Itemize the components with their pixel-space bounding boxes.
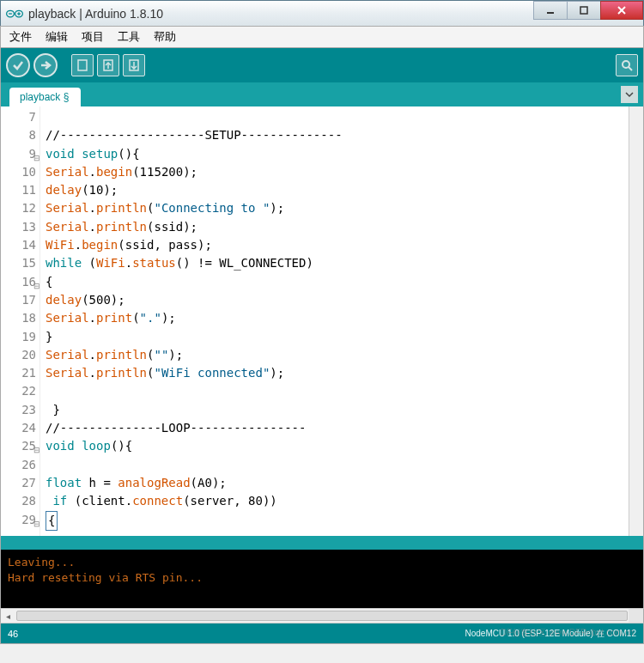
open-button[interactable] [97,54,119,76]
svg-rect-6 [580,7,587,14]
check-icon [11,58,25,72]
cursor-position: 46 [8,629,59,639]
svg-rect-10 [78,60,87,70]
arrow-down-icon [128,59,140,71]
save-button[interactable] [123,54,145,76]
arrow-right-icon [39,58,52,72]
minimize-button[interactable] [533,1,568,20]
output-console[interactable]: Leaving... Hard resetting via RTS pin... [0,550,644,608]
code-area[interactable]: //--------------------SETUP-------------… [40,106,629,536]
svg-point-15 [623,61,629,68]
menu-tools[interactable]: 工具 [112,27,145,46]
tab-strip: playback § [0,82,644,106]
serial-monitor-button[interactable] [616,54,638,76]
tab-dropdown-button[interactable] [621,86,638,103]
toolbar [0,48,644,82]
svg-line-16 [629,67,632,70]
menu-file[interactable]: 文件 [4,27,37,46]
close-button[interactable] [600,1,643,20]
console-divider[interactable] [0,536,644,550]
magnifier-icon [620,58,634,72]
arduino-logo-icon [6,5,23,22]
verify-button[interactable] [6,53,30,77]
horizontal-scrollbar[interactable]: ◂ ▸ [0,608,644,623]
arrow-up-icon [102,59,114,71]
window-title: playback | Arduino 1.8.10 [28,7,534,21]
upload-button[interactable] [33,53,58,77]
scroll-corner [629,609,643,623]
new-button[interactable] [71,54,94,76]
chevron-down-icon [625,90,634,99]
sketch-tab[interactable]: playback § [9,88,81,106]
menu-sketch[interactable]: 项目 [76,27,109,46]
scroll-left-arrow[interactable]: ◂ [1,611,15,621]
console-line: Leaving... [8,556,75,569]
console-line: Hard resetting via RTS pin... [8,571,203,584]
scroll-thumb[interactable] [16,611,628,621]
window-titlebar: playback | Arduino 1.8.10 [0,0,644,26]
menu-help[interactable]: 帮助 [149,27,181,46]
line-number-gutter: 789⊟10111213141516⊟171819202122232425⊟26… [1,106,40,536]
code-editor[interactable]: 789⊟10111213141516⊟171819202122232425⊟26… [0,106,644,536]
maximize-button[interactable] [567,1,601,20]
status-bar: 46 NodeMCU 1.0 (ESP-12E Module) 在 COM12 [0,623,644,644]
menu-edit[interactable]: 编辑 [40,27,73,46]
menu-bar: 文件 编辑 项目 工具 帮助 [0,26,644,48]
file-icon [76,59,88,71]
board-info: NodeMCU 1.0 (ESP-12E Module) 在 COM12 [59,628,636,640]
vertical-scrollbar[interactable] [629,106,643,536]
